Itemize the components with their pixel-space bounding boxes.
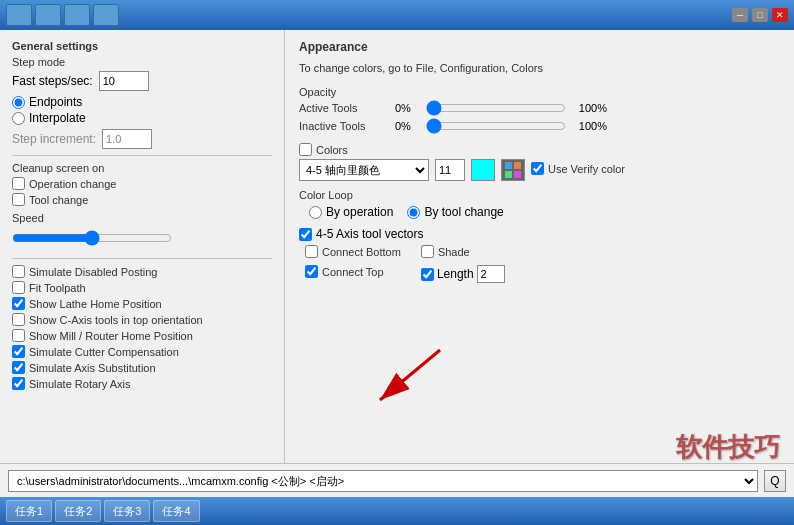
step-increment-input[interactable]	[102, 129, 152, 149]
speed-label: Speed	[12, 212, 272, 224]
show-caxis-checkbox[interactable]	[12, 313, 25, 326]
show-caxis-row: Show C-Axis tools in top orientation	[12, 313, 272, 326]
interpolate-radio[interactable]	[12, 112, 25, 125]
endpoints-row: Endpoints	[12, 95, 272, 109]
fit-toolpath-checkbox[interactable]	[12, 281, 25, 294]
taskbar-item-3-label: 任务3	[113, 504, 141, 519]
show-lathe-label: Show Lathe Home Position	[29, 298, 162, 310]
fast-steps-input[interactable]	[99, 71, 149, 91]
use-verify-row: Use Verify color	[531, 162, 625, 175]
color-dropdown[interactable]: 4-5 轴向里颜色	[299, 159, 429, 181]
by-operation-option: By operation	[309, 205, 393, 219]
step-increment-label: Step increment:	[12, 132, 96, 146]
color-swatch-cyan[interactable]	[471, 159, 495, 181]
grid-icon	[505, 162, 521, 178]
length-label: Length	[437, 267, 474, 281]
tool-change-checkbox[interactable]	[12, 193, 25, 206]
active-tools-label: Active Tools	[299, 102, 389, 114]
axis-vectors-checkbox[interactable]	[299, 228, 312, 241]
simulate-axis-label: Simulate Axis Substitution	[29, 362, 156, 374]
speed-slider-container	[12, 227, 272, 252]
show-mill-label: Show Mill / Router Home Position	[29, 330, 193, 342]
active-tools-slider[interactable]	[426, 101, 566, 115]
general-settings-title: General settings	[12, 40, 272, 52]
opacity-label: Opacity	[299, 86, 780, 98]
simulate-disabled-checkbox[interactable]	[12, 265, 25, 278]
color-loop-label: Color Loop	[299, 189, 780, 201]
inactive-tools-slider[interactable]	[426, 119, 566, 133]
endpoints-radio[interactable]	[12, 96, 25, 109]
inactive-tools-max: 100%	[572, 120, 607, 132]
taskbar-item-2[interactable]: 任务2	[55, 500, 101, 522]
colors-controls-row: 4-5 轴向里颜色 Use Verify co	[299, 159, 780, 181]
maximize-button[interactable]: □	[752, 8, 768, 22]
length-row: Length	[421, 265, 505, 283]
shade-label: Shade	[438, 246, 470, 258]
shade-checkbox[interactable]	[421, 245, 434, 258]
connect-top-row: Connect Top	[305, 265, 401, 278]
connect-top-label: Connect Top	[322, 266, 384, 278]
show-lathe-checkbox[interactable]	[12, 297, 25, 310]
right-panel: Appearance To change colors, go to File,…	[285, 30, 794, 463]
simulate-axis-row: Simulate Axis Substitution	[12, 361, 272, 374]
by-tool-change-radio[interactable]	[407, 206, 420, 219]
simulate-cutter-row: Simulate Cutter Compensation	[12, 345, 272, 358]
use-verify-checkbox[interactable]	[531, 162, 544, 175]
axis-options: Connect Bottom Connect Top Shade	[305, 245, 780, 283]
step-increment-row: Step increment:	[12, 129, 272, 149]
fit-toolpath-row: Fit Toolpath	[12, 281, 272, 294]
app-icon-4	[93, 4, 119, 26]
app-icon-3	[64, 4, 90, 26]
show-lathe-row: Show Lathe Home Position	[12, 297, 272, 310]
colors-checkbox-row: Colors	[299, 143, 780, 156]
by-operation-radio[interactable]	[309, 206, 322, 219]
active-tools-row: Active Tools 0% 100%	[299, 101, 780, 115]
operation-change-row: Operation change	[12, 177, 272, 190]
minimize-button[interactable]: ─	[732, 8, 748, 22]
taskbar-item-4-label: 任务4	[162, 504, 190, 519]
path-button[interactable]: Q	[764, 470, 786, 492]
appearance-title: Appearance	[299, 40, 780, 54]
taskbar-item-4[interactable]: 任务4	[153, 500, 199, 522]
operation-change-checkbox[interactable]	[12, 177, 25, 190]
svg-rect-1	[514, 162, 521, 169]
simulate-rotary-row: Simulate Rotary Axis	[12, 377, 272, 390]
left-options-col: Connect Bottom Connect Top	[305, 245, 401, 283]
use-verify-label: Use Verify color	[548, 163, 625, 175]
color-loop-section: Color Loop By operation By tool change	[299, 189, 780, 219]
active-tools-max: 100%	[572, 102, 607, 114]
window-controls: ─ □ ✕	[732, 8, 788, 22]
show-caxis-label: Show C-Axis tools in top orientation	[29, 314, 203, 326]
tool-change-row: Tool change	[12, 193, 272, 206]
by-operation-label: By operation	[326, 205, 393, 219]
fast-steps-label: Fast steps/sec:	[12, 74, 93, 88]
titlebar: ─ □ ✕	[0, 0, 794, 30]
taskbar-item-3[interactable]: 任务3	[104, 500, 150, 522]
info-text: To change colors, go to File, Configurat…	[299, 62, 780, 74]
length-checkbox[interactable]	[421, 268, 434, 281]
simulate-rotary-checkbox[interactable]	[12, 377, 25, 390]
fit-toolpath-label: Fit Toolpath	[29, 282, 86, 294]
speed-slider[interactable]	[12, 231, 172, 245]
color-num-input[interactable]	[435, 159, 465, 181]
svg-rect-3	[514, 171, 521, 178]
by-tool-change-label: By tool change	[424, 205, 503, 219]
colors-section: Colors 4-5 轴向里颜色	[299, 143, 780, 181]
connect-top-checkbox[interactable]	[305, 265, 318, 278]
color-swatch-grid[interactable]	[501, 159, 525, 181]
path-btn-icon: Q	[770, 474, 779, 488]
simulate-disabled-row: Simulate Disabled Posting	[12, 265, 272, 278]
taskbar-item-2-label: 任务2	[64, 504, 92, 519]
inactive-tools-pct: 0%	[395, 120, 420, 132]
show-mill-checkbox[interactable]	[12, 329, 25, 342]
path-dropdown[interactable]: c:\users\administrator\documents...\mcam…	[8, 470, 758, 492]
simulate-cutter-checkbox[interactable]	[12, 345, 25, 358]
close-button[interactable]: ✕	[772, 8, 788, 22]
length-input[interactable]	[477, 265, 505, 283]
colors-checkbox[interactable]	[299, 143, 312, 156]
simulate-disabled-label: Simulate Disabled Posting	[29, 266, 157, 278]
taskbar-item-1[interactable]: 任务1	[6, 500, 52, 522]
connect-bottom-checkbox[interactable]	[305, 245, 318, 258]
app-icon-1	[6, 4, 32, 26]
simulate-axis-checkbox[interactable]	[12, 361, 25, 374]
